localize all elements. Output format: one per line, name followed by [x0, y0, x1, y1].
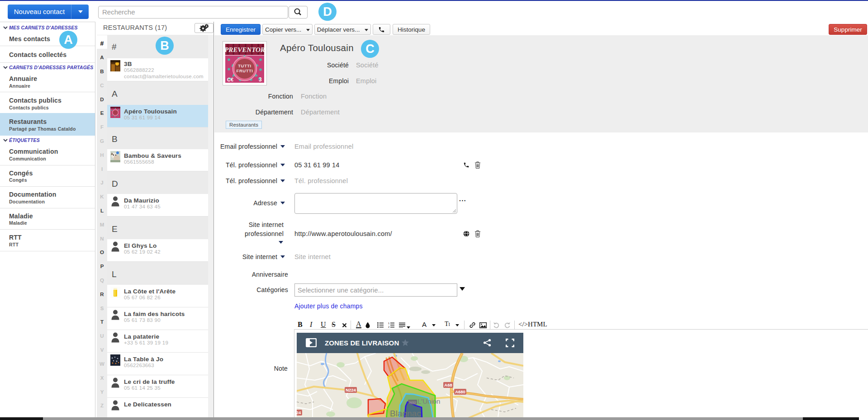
svg-text:PREVENTOR: PREVENTOR — [225, 46, 264, 53]
svg-text:C€: C€ — [227, 77, 233, 82]
svg-text:N224: N224 — [346, 387, 356, 392]
svg-text:3: 3 — [259, 76, 262, 83]
svg-text:A68: A68 — [444, 382, 452, 387]
svg-text:TUTTI: TUTTI — [238, 63, 251, 68]
svg-text:1: 1 — [388, 322, 389, 325]
svg-text:24: 24 — [297, 410, 301, 415]
svg-text:L'Union: L'Union — [417, 397, 440, 405]
svg-text:Blagnac: Blagnac — [390, 409, 421, 418]
svg-text:N32: N32 — [409, 401, 416, 405]
svg-text:A680: A680 — [455, 389, 465, 394]
svg-text:FRUTTI: FRUTTI — [237, 68, 253, 73]
svg-text:2: 2 — [388, 326, 389, 328]
